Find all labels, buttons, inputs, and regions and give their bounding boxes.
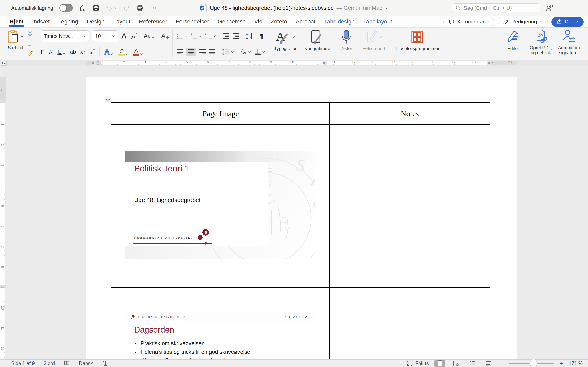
ribbon-tab[interactable]: Forsendelser bbox=[172, 16, 213, 27]
increase-indent-button[interactable] bbox=[232, 33, 240, 39]
ribbon-tab[interactable]: Layout bbox=[109, 16, 135, 27]
outline-view-button[interactable] bbox=[467, 360, 478, 367]
horizontal-ruler[interactable]: 1 12345678910 1112131415161718 9 20 bbox=[0, 60, 588, 66]
slide-image-2[interactable]: KØBENHAVNS UNIVERSITET 29.11.2021 2 Dags… bbox=[125, 313, 315, 360]
document-title[interactable]: Uge 48 - lighedsbegrebet (hold1)-notes-s… bbox=[210, 5, 334, 11]
superscript-button[interactable]: x2 bbox=[90, 49, 95, 55]
paste-button[interactable]: Sæt ind bbox=[6, 30, 25, 58]
ribbon-tab[interactable]: Tabeldesign bbox=[320, 16, 359, 27]
change-case-button[interactable]: Aa bbox=[144, 33, 154, 39]
shrink-font-button[interactable]: Aˇ bbox=[131, 33, 137, 40]
slide-image-1[interactable]: S I S S I C bbox=[125, 151, 315, 259]
line-spacing-button[interactable] bbox=[222, 49, 234, 55]
create-pdf-button[interactable]: Opret PDF,og del link bbox=[528, 29, 553, 59]
format-painter-icon[interactable] bbox=[27, 50, 33, 57]
save-icon[interactable] bbox=[93, 4, 99, 11]
notes-cell[interactable] bbox=[329, 125, 490, 287]
zoom-out-button[interactable]: – bbox=[500, 360, 503, 367]
sort-button[interactable]: AÅ bbox=[246, 33, 254, 40]
text-effects-button[interactable]: A bbox=[104, 48, 113, 56]
subscript-button[interactable]: x2 bbox=[80, 49, 85, 54]
hanging-indent-marker[interactable] bbox=[96, 63, 100, 65]
track-changes-icon[interactable] bbox=[102, 360, 107, 366]
font-color-button[interactable]: A bbox=[133, 48, 143, 56]
share-button[interactable]: Del bbox=[552, 17, 584, 27]
title-chevron-icon[interactable] bbox=[385, 6, 388, 9]
bullet-list-button[interactable] bbox=[176, 33, 188, 39]
vertical-ruler[interactable]: 1 123456789101112 bbox=[0, 66, 6, 360]
italic-button[interactable]: K bbox=[49, 49, 53, 55]
zoom-slider[interactable] bbox=[509, 363, 554, 364]
redo-icon[interactable] bbox=[123, 4, 130, 11]
right-indent-marker[interactable] bbox=[319, 63, 322, 65]
first-line-indent-marker[interactable] bbox=[96, 61, 100, 63]
home-icon[interactable] bbox=[79, 4, 86, 12]
ribbon-tab[interactable]: Indsæt bbox=[28, 16, 54, 27]
comments-button[interactable]: Kommentarer bbox=[443, 17, 494, 27]
ribbon-tab[interactable]: Design bbox=[82, 16, 109, 27]
ribbon-tab[interactable]: Vis bbox=[250, 16, 266, 27]
proofing-icon[interactable] bbox=[64, 360, 70, 366]
zoom-in-button[interactable]: + bbox=[559, 360, 563, 367]
ribbon-tab[interactable]: Tegning bbox=[54, 16, 82, 27]
clear-formatting-button[interactable]: A◆ bbox=[161, 33, 169, 39]
copy-icon[interactable] bbox=[27, 40, 33, 47]
strikethrough-button[interactable]: ab bbox=[70, 49, 76, 54]
editing-mode-button[interactable]: Redigering bbox=[498, 17, 548, 27]
align-right-button[interactable] bbox=[199, 49, 206, 55]
dictate-button[interactable]: Dikter bbox=[339, 29, 354, 59]
ribbon-tab[interactable]: Zotero bbox=[267, 16, 292, 27]
align-left-button[interactable] bbox=[176, 49, 183, 55]
justify-button[interactable] bbox=[209, 49, 216, 55]
table-move-handle[interactable] bbox=[105, 96, 111, 102]
web-layout-view-button[interactable] bbox=[451, 360, 461, 367]
underline-button[interactable]: U bbox=[57, 49, 66, 55]
font-size-select[interactable]: 10 bbox=[92, 30, 118, 42]
tab-stop-selector[interactable] bbox=[1, 61, 7, 66]
multilevel-list-button[interactable]: 1ai bbox=[205, 33, 216, 39]
account-icon[interactable] bbox=[545, 4, 553, 12]
shading-button[interactable] bbox=[240, 49, 251, 55]
ribbon-tab[interactable]: Tabellayout bbox=[359, 16, 397, 27]
autosave-toggle[interactable] bbox=[60, 4, 73, 12]
ribbon-tab[interactable]: Gennemse bbox=[213, 16, 250, 27]
zoom-slider-thumb[interactable] bbox=[530, 359, 537, 367]
language-indicator[interactable]: Dansk bbox=[79, 360, 93, 366]
ribbon-tab[interactable]: Acrobat bbox=[292, 16, 320, 27]
styles-button[interactable]: A Typografier bbox=[273, 29, 298, 59]
table-column-marker[interactable] bbox=[92, 61, 96, 65]
borders-button[interactable] bbox=[254, 49, 265, 55]
decrease-indent-button[interactable] bbox=[222, 33, 229, 39]
cut-icon[interactable] bbox=[27, 30, 33, 36]
notes-cell[interactable] bbox=[329, 288, 490, 360]
undo-icon[interactable] bbox=[105, 4, 117, 11]
styles-pane-button[interactable]: Typografirude bbox=[302, 29, 332, 59]
search-box[interactable] bbox=[452, 3, 540, 12]
bold-button[interactable]: F bbox=[41, 49, 44, 55]
zoom-level[interactable]: 171 % bbox=[569, 360, 583, 366]
font-name-select[interactable]: Times New... bbox=[41, 30, 89, 42]
highlight-button[interactable] bbox=[118, 48, 129, 56]
document-page[interactable]: Page Image Notes bbox=[86, 77, 517, 360]
editor-button[interactable]: Editor bbox=[506, 29, 521, 59]
ribbon-tab[interactable]: Hjem bbox=[5, 16, 28, 27]
grow-font-button[interactable]: Aˆ bbox=[121, 32, 128, 40]
header-cell-notes[interactable]: Notes bbox=[329, 103, 490, 124]
more-icon[interactable] bbox=[150, 4, 157, 12]
sensitivity-button[interactable]: Følsomhed bbox=[361, 29, 386, 59]
focus-button[interactable]: Fokus bbox=[407, 360, 429, 366]
print-layout-view-button[interactable] bbox=[434, 360, 445, 367]
ribbon-tab[interactable]: Referencer bbox=[135, 16, 172, 27]
word-count[interactable]: 3 ord bbox=[44, 360, 55, 366]
print-icon[interactable] bbox=[136, 4, 144, 12]
show-paragraph-marks-button[interactable]: ¶ bbox=[260, 33, 263, 40]
header-cell-page-image[interactable]: Page Image bbox=[111, 103, 329, 124]
addins-button[interactable]: Tilføjelsesprogrammer bbox=[394, 29, 441, 59]
numbered-list-button[interactable]: 123 bbox=[190, 33, 202, 39]
table-column-marker[interactable] bbox=[323, 61, 327, 65]
align-center-button[interactable] bbox=[186, 48, 196, 56]
draft-view-button[interactable] bbox=[484, 360, 494, 367]
search-input[interactable] bbox=[463, 5, 534, 11]
page-indicator[interactable]: Side 1 af 9 bbox=[11, 360, 35, 366]
table-column-marker[interactable] bbox=[487, 61, 491, 65]
